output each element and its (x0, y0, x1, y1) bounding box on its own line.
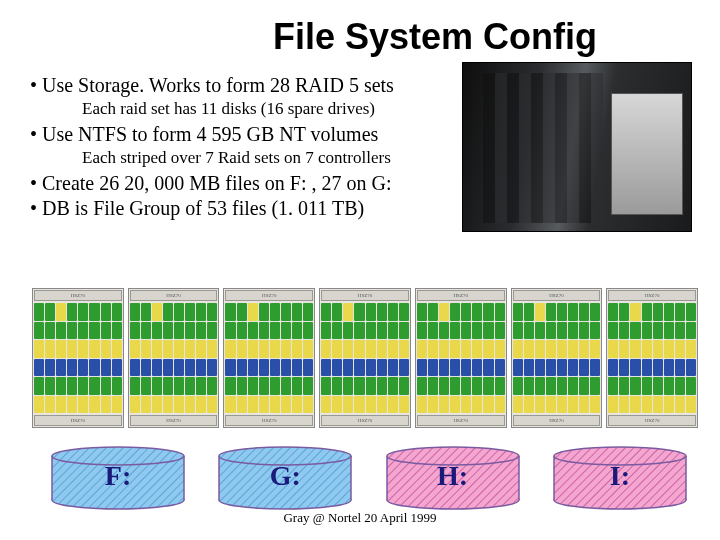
drive-icon (664, 322, 674, 340)
drive-icon (417, 322, 427, 340)
drive-icon (399, 377, 409, 395)
drive-icon (89, 377, 99, 395)
drive-icon (642, 340, 652, 358)
drive-icon (354, 377, 364, 395)
drive-icon (34, 303, 44, 321)
drive-icon (546, 340, 556, 358)
drive-icon (34, 396, 44, 414)
drive-icon (270, 396, 280, 414)
drive-icon (152, 303, 162, 321)
drive-icon (89, 396, 99, 414)
server-rack-photo (462, 62, 692, 232)
drive-icon (439, 340, 449, 358)
drive-icon (67, 396, 77, 414)
drive-icon (89, 359, 99, 377)
drive-icon (225, 303, 235, 321)
drive-icon (630, 340, 640, 358)
drive-icon (56, 340, 66, 358)
drive-icon (686, 396, 696, 414)
drive-icon (67, 377, 77, 395)
storage-rack: HSZ70HSZ70 (415, 288, 507, 428)
drive-icon (377, 340, 387, 358)
drive-icon (343, 377, 353, 395)
drive-icon (428, 340, 438, 358)
drive-icon (417, 359, 427, 377)
drive-icon (439, 322, 449, 340)
drive-icon (354, 340, 364, 358)
drive-icon (332, 359, 342, 377)
drive-icon (292, 303, 302, 321)
drive-icon (225, 340, 235, 358)
volume-cylinder: H: (383, 446, 523, 510)
drive-icon (579, 322, 589, 340)
drive-icon (630, 322, 640, 340)
drive-icon (237, 359, 247, 377)
drive-icon (259, 340, 269, 358)
drive-icon (675, 303, 685, 321)
bullet-sub: Each raid set has 11 disks (16 spare dri… (82, 99, 460, 119)
drive-icon (112, 340, 122, 358)
drive-icon (664, 396, 674, 414)
drive-icon (270, 340, 280, 358)
drive-icon (461, 303, 471, 321)
drive-icon (174, 303, 184, 321)
drive-icon (513, 359, 523, 377)
drive-icon (608, 340, 618, 358)
drive-icon (579, 303, 589, 321)
drive-icon (34, 322, 44, 340)
drive-icon (513, 377, 523, 395)
drive-icon (141, 322, 151, 340)
drive-icon (546, 377, 556, 395)
drive-icon (388, 396, 398, 414)
drive-icon (664, 359, 674, 377)
drive-icon (377, 322, 387, 340)
drive-icon (630, 396, 640, 414)
drive-icon (579, 359, 589, 377)
drive-icon (101, 377, 111, 395)
drive-icon (472, 396, 482, 414)
drive-icon (332, 322, 342, 340)
drive-icon (270, 303, 280, 321)
drive-icon (461, 396, 471, 414)
drive-icon (152, 377, 162, 395)
drive-icon (439, 359, 449, 377)
drive-icon (399, 396, 409, 414)
cylinder-label: I: (550, 460, 690, 492)
drive-icon (675, 340, 685, 358)
drive-icon (78, 340, 88, 358)
drive-icon (225, 396, 235, 414)
storage-rack: HSZ70HSZ70 (128, 288, 220, 428)
drive-icon (557, 359, 567, 377)
rack-body (129, 302, 219, 414)
drive-icon (557, 322, 567, 340)
drive-icon (653, 396, 663, 414)
drive-icon (185, 303, 195, 321)
drive-icon (608, 359, 618, 377)
drive-icon (196, 303, 206, 321)
drive-icon (67, 303, 77, 321)
drive-icon (332, 303, 342, 321)
drive-icon (568, 396, 578, 414)
drive-icon (568, 322, 578, 340)
bullet-item: Use Storage. Works to form 28 RAID 5 set… (48, 74, 460, 97)
drive-icon (619, 340, 629, 358)
drive-icon (259, 377, 269, 395)
drive-icon (579, 377, 589, 395)
drive-icon (568, 340, 578, 358)
drive-icon (450, 359, 460, 377)
drive-icon (524, 377, 534, 395)
drive-icon (45, 303, 55, 321)
drive-icon (152, 340, 162, 358)
drive-icon (248, 340, 258, 358)
page-title: File System Config (0, 0, 720, 68)
drive-icon (642, 359, 652, 377)
footer-text: Gray @ Nortel 20 April 1999 (0, 510, 720, 526)
drive-icon (112, 322, 122, 340)
bullet-sub: Each striped over 7 Raid sets on 7 contr… (82, 148, 460, 168)
drive-icon (237, 396, 247, 414)
drive-icon (67, 340, 77, 358)
drive-icon (524, 396, 534, 414)
drive-icon (292, 396, 302, 414)
drive-icon (141, 303, 151, 321)
drive-icon (366, 340, 376, 358)
